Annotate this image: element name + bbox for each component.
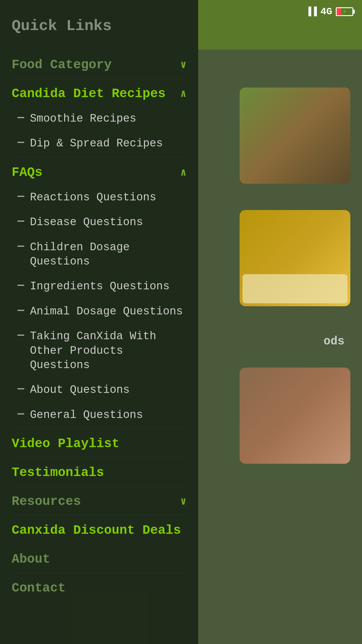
candida-diet-item[interactable]: Candida Diet Recipes ∧ (12, 81, 187, 106)
candida-diet-label: Candida Diet Recipes (12, 86, 166, 101)
dash-icon: — (17, 191, 24, 202)
taking-canxida-label: Taking CanXida With Other Products Quest… (30, 329, 187, 372)
faqs-chevron-up-icon: ∧ (180, 166, 187, 179)
menu-section-canxida-discount: Canxida Discount Deals (12, 518, 187, 544)
divider (12, 78, 187, 79)
video-playlist-label: Video Playlist (12, 436, 120, 451)
canxida-discount-label: Canxida Discount Deals (12, 523, 181, 538)
dash-icon: — (17, 216, 24, 227)
faqs-item[interactable]: FAQs ∧ (12, 160, 187, 185)
resources-chevron-down-icon: ∨ (180, 495, 187, 508)
status-bar: ▐▐ 4G ⚡ (193, 0, 362, 23)
list-item[interactable]: — Smoothie Recipes (17, 106, 187, 131)
dash-icon: — (17, 280, 24, 291)
dash-icon: — (17, 137, 24, 148)
bg-card-2-inner (242, 274, 347, 303)
divider (12, 486, 187, 487)
divider (12, 573, 187, 573)
dip-spread-label: Dip & Spread Recipes (30, 136, 163, 150)
resources-item[interactable]: Resources ∨ (12, 489, 187, 514)
testimonials-label: Testimonials (12, 465, 104, 480)
reactions-questions-label: Reactions Questions (30, 190, 156, 204)
menu-section-food-category: Food Category ∨ (12, 52, 187, 79)
list-item[interactable]: — About Questions (17, 377, 187, 402)
children-dosage-label: Children Dosage Questions (30, 240, 187, 269)
disease-questions-label: Disease Questions (30, 215, 143, 229)
menu-section-contact: Contact (12, 575, 187, 601)
video-playlist-item[interactable]: Video Playlist (12, 431, 187, 456)
candida-diet-chevron-up-icon: ∧ (180, 87, 187, 100)
list-item[interactable]: — Animal Dosage Questions (17, 299, 187, 324)
menu-section-resources: Resources ∨ (12, 489, 187, 515)
menu-section-faqs: FAQs ∧ — Reactions Questions — Disease Q… (12, 160, 187, 429)
candida-diet-subitems: — Smoothie Recipes — Dip & Spread Recipe… (12, 106, 187, 156)
menu-section-testimonials: Testimonials (12, 460, 187, 487)
battery-icon: ⚡ (336, 7, 353, 16)
list-item[interactable]: — Dip & Spread Recipes (17, 131, 187, 156)
canxida-discount-item[interactable]: Canxida Discount Deals (12, 518, 187, 543)
about-item[interactable]: About (12, 547, 187, 572)
animal-dosage-label: Animal Dosage Questions (30, 304, 183, 318)
dash-icon: — (17, 241, 24, 252)
contact-label: Contact (12, 581, 66, 595)
general-questions-label: General Questions (30, 408, 143, 422)
food-category-item[interactable]: Food Category ∨ (12, 52, 187, 77)
divider (12, 157, 187, 158)
faqs-label: FAQs (12, 165, 43, 180)
list-item[interactable]: — General Questions (17, 402, 187, 427)
page-title: Quick Links (12, 18, 187, 35)
food-category-chevron-down-icon: ∨ (180, 58, 187, 71)
divider (12, 544, 187, 544)
menu-section-candida-diet: Candida Diet Recipes ∧ — Smoothie Recipe… (12, 81, 187, 158)
dash-icon: — (17, 112, 24, 123)
smoothie-recipes-label: Smoothie Recipes (30, 111, 136, 126)
list-item[interactable]: — Reactions Questions (17, 185, 187, 210)
bg-food-card-2 (240, 210, 350, 306)
list-item[interactable]: — Taking CanXida With Other Products Que… (17, 324, 187, 377)
about-questions-label: About Questions (30, 383, 130, 397)
bg-food-card-3 (240, 368, 350, 464)
bg-food-card-1 (240, 88, 350, 184)
menu-section-about: About (12, 547, 187, 573)
divider (12, 457, 187, 458)
signal-icon: ▐▐ (306, 6, 317, 17)
menu-section-video-playlist: Video Playlist (12, 431, 187, 458)
resources-label: Resources (12, 494, 81, 509)
dash-icon: — (17, 383, 24, 394)
dash-icon: — (17, 330, 24, 341)
quick-links-panel: Quick Links Food Category ∨ Candida Diet… (0, 0, 198, 644)
about-label: About (12, 552, 50, 566)
ingredients-questions-label: Ingredients Questions (30, 279, 170, 293)
dash-icon: — (17, 305, 24, 316)
divider (12, 428, 187, 429)
list-item[interactable]: — Ingredients Questions (17, 274, 187, 299)
network-type: 4G (320, 6, 332, 17)
contact-item[interactable]: Contact (12, 575, 187, 601)
battery-fill (337, 8, 341, 15)
dash-icon: — (17, 408, 24, 419)
testimonials-item[interactable]: Testimonials (12, 460, 187, 485)
food-category-label: Food Category (12, 57, 112, 72)
list-item[interactable]: — Children Dosage Questions (17, 235, 187, 274)
divider (12, 515, 187, 515)
battery-bolt-icon: ⚡ (342, 8, 346, 16)
bg-foods-text: ods (324, 335, 345, 348)
faqs-subitems: — Reactions Questions — Disease Question… (12, 185, 187, 427)
list-item[interactable]: — Disease Questions (17, 210, 187, 235)
